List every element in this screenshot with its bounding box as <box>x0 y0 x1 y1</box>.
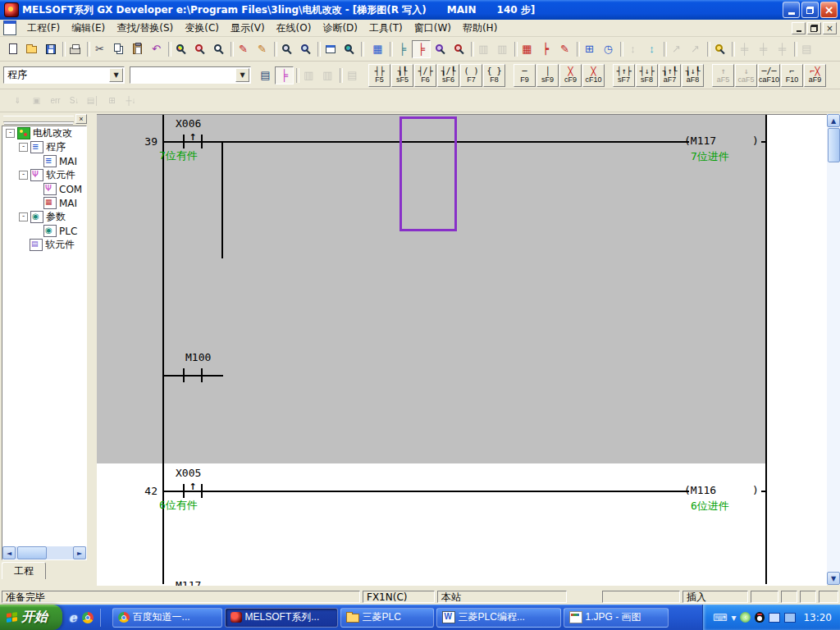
find-replace-button[interactable] <box>190 40 209 58</box>
help-search-button[interactable] <box>710 40 729 58</box>
tree-item-parameter-plc[interactable]: PLC <box>2 224 86 238</box>
menu-item-2[interactable]: 查找/替换(S) <box>111 20 179 37</box>
ladder-vertical-scrollbar[interactable]: ▲ ▼ <box>827 114 840 585</box>
restore-button[interactable] <box>801 2 819 18</box>
coil-button[interactable]: ( )F7 <box>460 64 482 87</box>
falling-pulse-branch-button[interactable]: ┧↓┞aF8 <box>682 64 704 87</box>
hide-icons-icon[interactable]: ▾ <box>731 612 736 623</box>
tree-item-project-root[interactable]: -电机改改 <box>2 126 86 140</box>
child-window-icon[interactable] <box>3 21 16 35</box>
project-tree-toggle-button[interactable]: ╞ <box>275 66 294 84</box>
panel-close-button[interactable]: × <box>75 114 87 124</box>
ie-icon[interactable]: e <box>69 610 77 625</box>
open-branch-button[interactable]: ┧┞sF5 <box>391 64 413 87</box>
menu-item-3[interactable]: 变换(C) <box>179 20 225 37</box>
tree-expand-icon[interactable]: - <box>19 171 28 180</box>
horizontal-branch-button[interactable]: ⌐F10 <box>781 64 803 87</box>
taskbar-task-2[interactable]: 三菱PLC <box>340 608 434 628</box>
qq-icon[interactable] <box>755 612 765 623</box>
menu-item-0[interactable]: 工程(F) <box>21 20 66 37</box>
chrome-icon[interactable] <box>82 612 94 623</box>
ladder-edit-mode-button[interactable]: ╞ <box>412 40 431 58</box>
data-type-combo[interactable]: 程序 ▼ <box>3 66 125 84</box>
child-restore-button[interactable] <box>807 22 821 34</box>
menu-item-5[interactable]: 在线(O) <box>271 20 317 37</box>
new-window-button[interactable] <box>321 40 340 58</box>
child-close-button[interactable]: × <box>823 22 837 34</box>
tree-item-parameter[interactable]: -参数 <box>2 210 86 224</box>
project-tree-hscrollbar[interactable]: ◄ ► <box>2 546 86 559</box>
connection-icon[interactable] <box>784 613 796 623</box>
tree-item-program[interactable]: -程序 <box>2 140 86 154</box>
scroll-right-icon[interactable]: ► <box>73 546 86 559</box>
minimize-button[interactable] <box>783 2 800 18</box>
project-tab[interactable]: 工程 <box>2 562 46 579</box>
delete-horizontal-line-button[interactable]: ╳cF9 <box>559 64 582 87</box>
tree-item-program-main[interactable]: MAI <box>2 154 86 168</box>
tree-expand-icon[interactable]: - <box>19 212 28 221</box>
device-use-list-button[interactable]: ◷ <box>599 40 618 58</box>
project-find-button[interactable] <box>340 40 358 58</box>
invert-result-button[interactable]: ─/─caF10 <box>758 64 780 87</box>
delete-vertical-line-button[interactable]: ╳cF10 <box>582 64 605 87</box>
device-test-button[interactable]: ✎ <box>234 40 253 58</box>
close-contact-button[interactable]: ┤/├F6 <box>414 64 436 87</box>
falling-pulse-button[interactable]: ┤↓├sF8 <box>636 64 658 87</box>
tree-item-comment-com[interactable]: COM <box>2 182 86 196</box>
print-button[interactable] <box>66 40 84 58</box>
scroll-left-icon[interactable]: ◄ <box>2 546 16 559</box>
new-project-button[interactable] <box>3 40 22 58</box>
vertical-line-button[interactable]: │sF9 <box>536 64 559 87</box>
rising-pulse-branch-button[interactable]: ┧↑┞aF7 <box>659 64 681 87</box>
tree-item-comment-main[interactable]: MAI <box>2 196 86 210</box>
cross-reference-button[interactable]: ⊞ <box>580 40 599 58</box>
comment-edit-button[interactable]: ✎ <box>555 40 574 58</box>
copy-button[interactable] <box>109 40 128 58</box>
instruction-list-button[interactable]: ╞ <box>393 40 412 58</box>
child-minimize-button[interactable] <box>792 22 806 34</box>
partial-exec-button[interactable]: ↕ <box>642 40 661 58</box>
find-device-button[interactable] <box>209 40 228 58</box>
online-change-button[interactable]: ┝ <box>536 40 555 58</box>
undo-button[interactable]: ↶ <box>147 40 166 58</box>
taskbar-task-4[interactable]: 1.JPG - 画图 <box>564 608 669 628</box>
menu-item-9[interactable]: 帮助(H) <box>457 20 503 37</box>
horizontal-line-button[interactable]: ─F9 <box>514 64 536 87</box>
vscroll-thumb[interactable] <box>828 128 840 162</box>
read-mode-button[interactable] <box>431 40 450 58</box>
delete-branch-button[interactable]: ⌐╳aF9 <box>804 64 826 87</box>
hscroll-thumb[interactable] <box>17 546 47 559</box>
ladder-editor[interactable]: 39 X006 7位有件 M117 7位进件 M100 42 <box>97 114 827 586</box>
block-combo[interactable]: ▼ <box>130 66 251 84</box>
scroll-down-icon[interactable]: ▼ <box>827 572 840 585</box>
tree-expand-icon[interactable]: - <box>19 143 28 152</box>
update-wheel-icon[interactable]: ‹ <box>740 612 751 623</box>
menu-item-4[interactable]: 显示(V) <box>225 20 271 37</box>
taskbar-task-1[interactable]: MELSOFT系列... <box>225 608 338 628</box>
scroll-up-icon[interactable]: ▲ <box>827 114 840 127</box>
start-button[interactable]: 开始 <box>0 605 62 630</box>
menu-item-8[interactable]: 窗口(W) <box>409 20 457 37</box>
paste-button[interactable] <box>128 40 147 58</box>
tree-item-device-memory[interactable]: 软元件 <box>2 238 86 252</box>
close-branch-button[interactable]: ┧/┞sF6 <box>437 64 459 87</box>
zoom-window-button[interactable] <box>296 40 315 58</box>
application-instruction-button[interactable]: { }F8 <box>483 64 505 87</box>
cut-button[interactable]: ✂ <box>90 40 109 58</box>
ladder-logic-toggle-button[interactable]: ▦ <box>368 40 387 58</box>
tree-item-device-comment[interactable]: -软元件 <box>2 168 86 182</box>
write-mode-button[interactable] <box>450 40 468 58</box>
open-contact-button[interactable]: ┤├F5 <box>368 64 390 87</box>
menu-item-7[interactable]: 工具(T) <box>363 20 409 37</box>
device-comment-button[interactable]: ✎ <box>253 40 272 58</box>
find-button[interactable] <box>171 40 190 58</box>
combo-dropdown-icon[interactable]: ▼ <box>109 68 123 82</box>
taskbar-task-0[interactable]: 百度知道一... <box>112 608 222 628</box>
tree-expand-icon[interactable]: - <box>6 129 15 138</box>
network-icon[interactable] <box>769 613 780 623</box>
panel-drag-handle[interactable] <box>3 116 74 122</box>
comment-display-button[interactable]: ▤ <box>256 66 275 84</box>
close-button[interactable]: × <box>820 2 838 18</box>
combo-dropdown-icon[interactable]: ▼ <box>235 68 249 82</box>
keyboard-icon[interactable]: ⌨ <box>713 612 727 623</box>
